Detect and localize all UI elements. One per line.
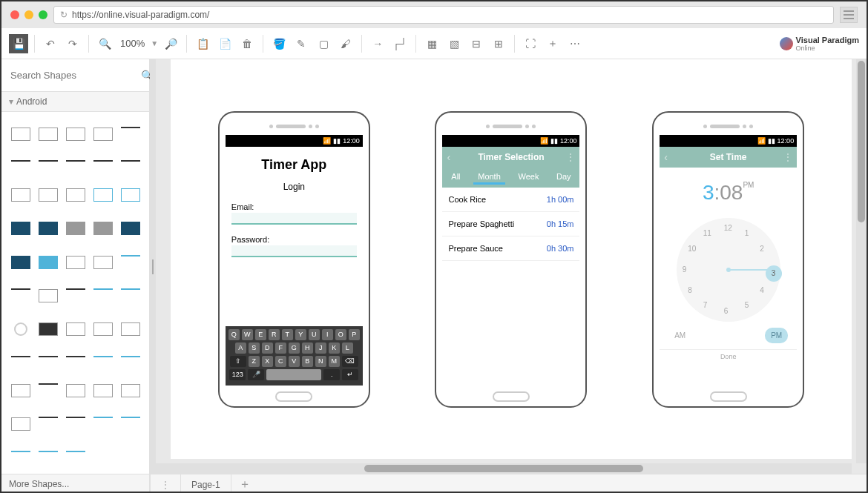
maximize-window-button[interactable] [39,10,47,19]
tab-month[interactable]: Month [473,171,505,185]
reload-icon[interactable]: ↻ [60,10,68,20]
shape-thumbnail[interactable] [11,222,30,235]
shape-thumbnail[interactable] [93,417,113,418]
home-button[interactable] [275,391,312,402]
keyboard-key[interactable]: 123 [229,369,246,380]
shape-thumbnail[interactable] [121,222,140,235]
shape-thumbnail[interactable] [39,322,58,336]
clock-face[interactable]: 121234567891011 [677,218,780,322]
keyboard-key[interactable]: B [302,356,313,367]
keyboard-key[interactable]: Y [295,329,306,340]
shape-thumbnail[interactable] [39,383,58,385]
shape-thumbnail[interactable] [66,288,85,290]
shape-thumbnail[interactable] [39,451,58,452]
delete-button[interactable]: 🗑 [237,34,257,53]
clock-number-5[interactable]: 5 [745,301,749,309]
selection-tool-button[interactable]: ⛶ [521,34,540,53]
pm-button[interactable]: PM [765,328,788,343]
keyboard-key[interactable]: J [315,343,326,354]
shape-thumbnail[interactable] [66,188,85,202]
shape-thumbnail[interactable] [93,322,113,336]
shape-thumbnail[interactable] [14,322,27,336]
keyboard-key[interactable]: R [269,329,280,340]
search-shapes-input[interactable] [7,65,138,85]
shape-thumbnail[interactable] [93,384,113,397]
keyboard-key[interactable]: M [329,356,340,367]
url-bar[interactable]: ↻ https://online.visual-paradigm.com/ [53,6,834,24]
home-button[interactable] [493,391,530,402]
am-button[interactable]: AM [668,328,691,343]
shape-thumbnail[interactable] [11,188,30,202]
keyboard-key[interactable]: Z [249,356,260,367]
fill-color-button[interactable]: 🪣 [269,34,289,53]
shape-thumbnail[interactable] [121,288,140,290]
sidebar-splitter[interactable] [150,59,156,474]
shape-thumbnail[interactable] [11,128,30,141]
copy-button[interactable]: 📋 [193,34,212,53]
clock-number-2[interactable]: 2 [760,245,764,253]
shape-thumbnail[interactable] [121,417,140,418]
zoom-in-button[interactable]: 🔎 [161,34,180,53]
keyboard-key[interactable]: U [309,329,320,340]
keyboard-key[interactable]: P [349,329,360,340]
shape-thumbnail[interactable] [93,188,113,202]
keyboard-key[interactable]: W [242,329,253,340]
time-minute[interactable]: 08 [720,181,743,204]
more-tools-button[interactable]: ⋯ [565,34,585,53]
keyboard-key[interactable]: ↵ [342,369,358,380]
shape-thumbnail[interactable] [39,128,58,141]
shape-thumbnail[interactable] [39,417,58,418]
clock-number-11[interactable]: 11 [703,229,711,237]
keyboard-key[interactable]: T [282,329,293,340]
add-page-button[interactable]: ＋ [231,474,258,493]
keyboard-key[interactable]: E [255,329,266,340]
timer-list-item[interactable]: Prepare Sauce0h 30m [442,236,579,261]
brand-logo[interactable]: Visual Paradigm Online [780,36,859,52]
clock-number-1[interactable]: 1 [745,229,749,237]
keyboard-key[interactable]: I [322,329,333,340]
shape-thumbnail[interactable] [39,222,58,235]
shape-thumbnail[interactable] [121,356,140,357]
align-button[interactable]: ⊟ [467,34,486,53]
keyboard-key[interactable]: F [275,343,286,354]
shape-thumbnail[interactable] [93,128,113,141]
shape-thumbnail[interactable] [121,322,140,336]
wireframe-phone-set-time[interactable]: 📶 ▮▮ 12:00 ‹ Set Time ⋮ 3:08PM 121234567… [652,111,804,408]
shape-thumbnail[interactable] [66,451,85,452]
shape-thumbnail[interactable] [93,256,113,269]
done-button[interactable]: Done [660,349,797,363]
connector-start-button[interactable]: → [368,34,387,53]
keyboard-key[interactable] [266,369,321,380]
shadow-button[interactable]: ▢ [314,34,333,53]
shape-thumbnail[interactable] [121,255,140,257]
clock-number-3[interactable]: 3 [766,265,782,282]
shape-thumbnail[interactable] [93,356,113,357]
shape-thumbnail[interactable] [121,384,140,397]
canvas-area[interactable]: 📶 ▮▮ 12:00 Timer App Login Email: Passwo… [156,59,867,474]
vertical-scrollbar[interactable] [856,59,867,463]
page-tab-1[interactable]: Page-1 [181,474,231,493]
keyboard-key[interactable]: L [342,343,353,354]
shape-thumbnail[interactable] [66,160,85,162]
keyboard-key[interactable]: X [262,356,273,367]
to-front-button[interactable]: ▦ [422,34,441,53]
to-back-button[interactable]: ▧ [444,34,464,53]
timer-list-item[interactable]: Prepare Spaghetti0h 15m [442,212,579,236]
keyboard-key[interactable]: Q [228,329,240,340]
time-hour[interactable]: 3 [703,181,714,204]
shape-thumbnail[interactable] [66,417,85,418]
format-painter-button[interactable]: 🖌 [336,34,355,53]
undo-button[interactable]: ↶ [41,34,60,53]
keyboard-key[interactable]: D [262,343,273,354]
canvas-page[interactable]: 📶 ▮▮ 12:00 Timer App Login Email: Passwo… [171,59,852,459]
shape-thumbnail[interactable] [39,188,58,202]
keyboard-key[interactable]: A [235,343,246,354]
keyboard-key[interactable]: ⌫ [342,356,358,367]
shape-thumbnail[interactable] [11,451,30,452]
clock-number-7[interactable]: 7 [703,301,708,309]
more-shapes-button[interactable]: More Shapes... [1,474,150,493]
shape-thumbnail[interactable] [39,256,58,269]
overflow-menu-icon[interactable]: ⋮ [566,152,575,162]
page-tab-handle[interactable]: ⋮ [150,474,181,493]
shape-thumbnail[interactable] [39,356,58,357]
